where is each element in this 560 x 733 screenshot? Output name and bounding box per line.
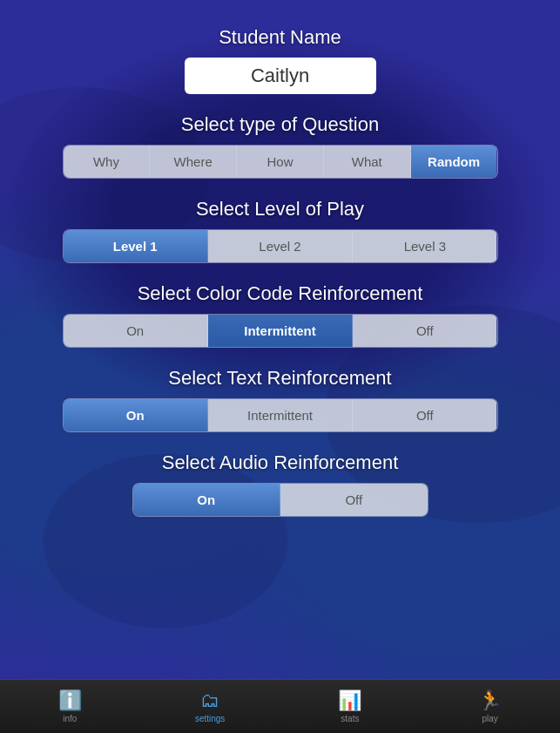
audio-off-btn[interactable]: Off: [280, 484, 428, 516]
text-reinforcement-label: Select Text Reinforcement: [168, 367, 391, 390]
level-of-play-label: Select Level of Play: [196, 198, 364, 221]
info-icon: ℹ️: [58, 689, 82, 712]
text-on-btn[interactable]: On: [64, 399, 208, 431]
settings-icon: 🗂: [200, 689, 219, 712]
text-intermittent-btn[interactable]: Intermittent: [208, 399, 353, 431]
question-where-btn[interactable]: Where: [150, 146, 237, 178]
tab-info-label: info: [63, 714, 77, 723]
level2-btn[interactable]: Level 2: [208, 230, 353, 262]
stats-icon: 📊: [338, 689, 361, 712]
question-what-btn[interactable]: What: [324, 146, 411, 178]
audio-on-btn[interactable]: On: [133, 484, 281, 516]
text-off-btn[interactable]: Off: [353, 399, 496, 431]
tab-stats-label: stats: [341, 714, 359, 723]
color-code-group: On Intermittent Off: [63, 314, 498, 348]
play-icon: 🏃: [478, 689, 502, 712]
tab-play[interactable]: 🏃 play: [420, 684, 560, 729]
tab-settings[interactable]: 🗂 settings: [140, 684, 280, 729]
color-off-btn[interactable]: Off: [353, 315, 496, 347]
tab-play-label: play: [482, 714, 497, 723]
student-name-label: Student Name: [219, 26, 341, 49]
color-code-label: Select Color Code Reinforcement: [138, 282, 423, 305]
question-type-label: Select type of Question: [181, 113, 379, 136]
level1-btn[interactable]: Level 1: [64, 230, 208, 262]
tab-info[interactable]: ℹ️ info: [0, 684, 140, 729]
color-intermittent-btn[interactable]: Intermittent: [208, 315, 353, 347]
audio-reinforcement-label: Select Audio Reinforcement: [162, 451, 399, 474]
question-type-group: Why Where How What Random: [63, 145, 498, 179]
question-why-btn[interactable]: Why: [64, 146, 151, 178]
question-random-btn[interactable]: Random: [411, 146, 497, 178]
level3-btn[interactable]: Level 3: [353, 230, 496, 262]
tab-settings-label: settings: [195, 714, 225, 723]
audio-reinforcement-group: On Off: [132, 483, 428, 517]
question-how-btn[interactable]: How: [237, 146, 324, 178]
text-reinforcement-group: On Intermittent Off: [63, 398, 498, 432]
color-on-btn[interactable]: On: [64, 315, 208, 347]
tab-bar: ℹ️ info 🗂 settings 📊 stats 🏃 play: [0, 679, 560, 733]
tab-stats[interactable]: 📊 stats: [280, 684, 421, 729]
student-name-input[interactable]: [185, 58, 376, 94]
level-of-play-group: Level 1 Level 2 Level 3: [63, 229, 498, 263]
